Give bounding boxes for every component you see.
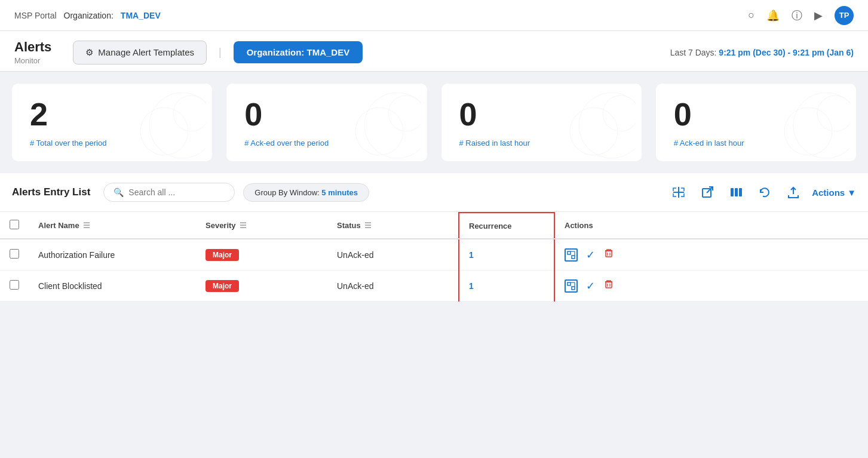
table-toolbar: Alerts Entry List 🔍 Group By Window: 5 m… bbox=[0, 173, 868, 212]
recurrence-value-2: 1 bbox=[469, 281, 474, 291]
th-checkbox bbox=[0, 213, 29, 239]
action-icons-2: ✓ bbox=[565, 279, 858, 293]
svg-rect-18 bbox=[739, 188, 742, 196]
table-row: Authorization Failure Major UnAck-ed 1 bbox=[0, 239, 868, 271]
org-button[interactable]: Organization: TMA_DEV bbox=[234, 41, 363, 63]
date-range: Last 7 Days: 9:21 pm (Dec 30) - 9:21 pm … bbox=[670, 48, 854, 57]
bell-icon[interactable]: 🔔 bbox=[766, 9, 780, 22]
date-range-value: 9:21 pm (Dec 30) - 9:21 pm (Jan 6) bbox=[719, 48, 854, 57]
svg-rect-27 bbox=[572, 287, 575, 290]
th-alert-name: Alert Name ☰ bbox=[29, 213, 196, 239]
expand-collapse-icon bbox=[672, 186, 685, 199]
td-recurrence-1: 1 bbox=[459, 239, 554, 271]
td-status-2: UnAck-ed bbox=[327, 271, 459, 302]
group-by-value: 5 minutes bbox=[321, 188, 358, 197]
stat-card-total: 2 # Total over the period bbox=[12, 84, 212, 161]
stats-row: 2 # Total over the period 0 # Ack-ed ove… bbox=[0, 72, 868, 173]
td-severity-1: Major bbox=[196, 239, 327, 271]
table-row: Client Blocklisted Major UnAck-ed 1 bbox=[0, 271, 868, 302]
svg-line-15 bbox=[707, 187, 713, 193]
top-navigation: MSP Portal Organization: TMA_DEV ○ 🔔 ⓘ ▶… bbox=[0, 0, 868, 31]
expand-icon-2[interactable] bbox=[565, 279, 578, 293]
page-subtitle: Monitor bbox=[14, 56, 51, 65]
select-all-checkbox[interactable] bbox=[10, 220, 19, 229]
search-icon: 🔍 bbox=[114, 187, 124, 197]
refresh-button[interactable] bbox=[754, 183, 775, 201]
th-severity: Severity ☰ bbox=[196, 213, 327, 239]
row-checkbox-1[interactable] bbox=[10, 249, 19, 259]
delete-icon-2[interactable] bbox=[603, 279, 614, 293]
open-button[interactable] bbox=[697, 183, 717, 201]
td-severity-2: Major bbox=[196, 271, 327, 302]
group-by-label: Group By Window: bbox=[254, 188, 319, 197]
svg-rect-16 bbox=[731, 188, 734, 196]
search-box[interactable]: 🔍 bbox=[103, 183, 235, 202]
stat-card-acked: 0 # Ack-ed over the period bbox=[226, 84, 427, 161]
td-alert-name-2: Client Blocklisted bbox=[29, 271, 196, 302]
search-icon[interactable]: ○ bbox=[748, 9, 754, 21]
stat-card-acked-last: 0 # Ack-ed in last hour bbox=[656, 84, 856, 161]
actions-dropdown-button[interactable]: Actions ▼ bbox=[812, 187, 856, 198]
expand-icon-1[interactable] bbox=[565, 248, 578, 262]
stat-label-raised[interactable]: # Raised in last hour bbox=[459, 139, 624, 147]
stat-number-total: 2 bbox=[30, 98, 194, 130]
th-actions: Actions bbox=[554, 213, 868, 239]
svg-rect-17 bbox=[735, 188, 738, 196]
td-status-1: UnAck-ed bbox=[327, 239, 459, 271]
severity-badge-1: Major bbox=[206, 249, 239, 261]
row-checkbox-2[interactable] bbox=[10, 280, 19, 290]
stat-label-acked[interactable]: # Ack-ed over the period bbox=[244, 139, 409, 147]
svg-rect-30 bbox=[606, 282, 612, 288]
play-icon[interactable]: ▶ bbox=[814, 9, 823, 22]
header-divider: | bbox=[219, 46, 222, 59]
recurrence-value-1: 1 bbox=[469, 250, 474, 260]
chevron-down-icon: ▼ bbox=[847, 187, 856, 198]
nav-icons: ○ 🔔 ⓘ ▶ TP bbox=[748, 6, 854, 25]
actions-label: Actions bbox=[812, 187, 845, 198]
stat-number-acked-last: 0 bbox=[674, 98, 838, 130]
brand-label: MSP Portal bbox=[14, 11, 57, 20]
delete-icon-1[interactable] bbox=[603, 248, 614, 262]
alert-name-filter-icon[interactable]: ☰ bbox=[83, 221, 90, 230]
td-checkbox-1 bbox=[0, 239, 29, 271]
stat-label-total[interactable]: # Total over the period bbox=[30, 139, 194, 147]
svg-rect-20 bbox=[572, 256, 575, 259]
columns-icon bbox=[729, 186, 743, 199]
expand-collapse-button[interactable] bbox=[668, 183, 689, 201]
table-section: Alerts Entry List 🔍 Group By Window: 5 m… bbox=[0, 173, 868, 302]
check-icon-2[interactable]: ✓ bbox=[586, 279, 595, 293]
table-title: Alerts Entry List bbox=[12, 186, 90, 198]
td-actions-2: ✓ bbox=[554, 271, 868, 302]
td-checkbox-2 bbox=[0, 271, 29, 302]
avatar[interactable]: TP bbox=[835, 6, 854, 25]
manage-templates-button[interactable]: ⚙ Manage Alert Templates bbox=[73, 41, 207, 64]
page-title: Alerts bbox=[14, 39, 51, 55]
manage-templates-label: Manage Alert Templates bbox=[98, 47, 194, 57]
severity-filter-icon[interactable]: ☰ bbox=[240, 221, 247, 230]
upload-button[interactable] bbox=[783, 183, 803, 201]
stat-number-raised: 0 bbox=[459, 98, 624, 130]
svg-rect-26 bbox=[568, 282, 571, 285]
org-label: Organization: bbox=[64, 11, 114, 20]
stat-number-acked: 0 bbox=[244, 98, 409, 130]
severity-badge-2: Major bbox=[206, 280, 239, 292]
page-header: Alerts Monitor ⚙ Manage Alert Templates … bbox=[0, 31, 868, 72]
upload-icon bbox=[787, 186, 800, 199]
stat-card-raised: 0 # Raised in last hour bbox=[441, 84, 642, 161]
columns-button[interactable] bbox=[726, 183, 746, 201]
search-input[interactable] bbox=[128, 187, 225, 197]
action-icons-1: ✓ bbox=[565, 248, 858, 262]
alerts-table: Alert Name ☰ Severity ☰ Status ☰ bbox=[0, 212, 868, 302]
date-range-prefix: Last 7 Days: bbox=[670, 48, 717, 57]
help-icon[interactable]: ⓘ bbox=[792, 8, 802, 23]
status-filter-icon[interactable]: ☰ bbox=[364, 221, 372, 230]
check-icon-1[interactable]: ✓ bbox=[586, 248, 595, 262]
stat-label-acked-last[interactable]: # Ack-ed in last hour bbox=[674, 139, 838, 147]
group-by-button[interactable]: Group By Window: 5 minutes bbox=[243, 183, 369, 202]
th-recurrence: Recurrence bbox=[459, 213, 554, 239]
td-actions-1: ✓ bbox=[554, 239, 868, 271]
svg-rect-19 bbox=[568, 251, 571, 254]
page-title-block: Alerts Monitor bbox=[14, 39, 51, 65]
refresh-icon bbox=[758, 186, 771, 199]
td-recurrence-2: 1 bbox=[459, 271, 554, 302]
